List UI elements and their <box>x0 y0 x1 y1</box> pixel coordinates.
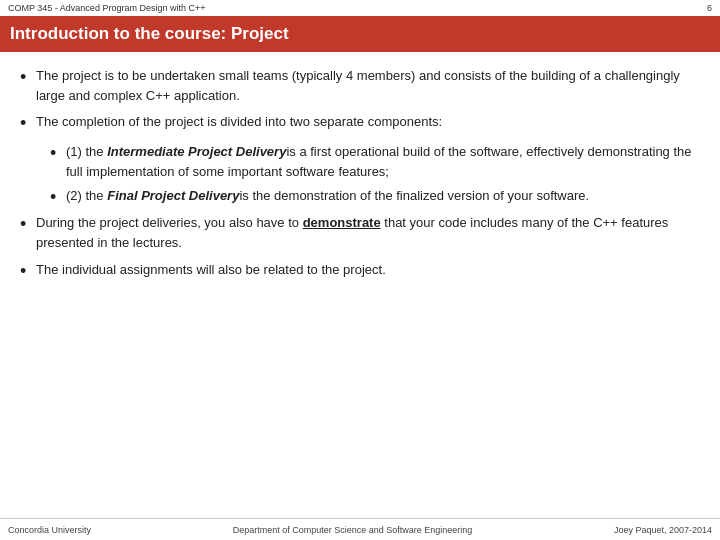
sub-bullet-2-1-text: (1) the Intermediate Project Deliveryis … <box>66 142 700 182</box>
top-bar: COMP 345 - Advanced Program Design with … <box>0 0 720 16</box>
bullet-3-text: During the project deliveries, you also … <box>36 213 700 253</box>
bullet-dot-4: • <box>20 260 36 283</box>
slide-number: 6 <box>707 3 712 13</box>
bullet-1-text: The project is to be undertaken small te… <box>36 66 700 106</box>
footer-left: Concordia University <box>8 525 91 535</box>
content-area: • The project is to be undertaken small … <box>0 52 720 299</box>
bullet-3: • During the project deliveries, you als… <box>20 213 700 253</box>
bullet-dot-3: • <box>20 213 36 236</box>
bullet-dot-2: • <box>20 112 36 135</box>
sub-bullet-dot-2-1: • <box>50 142 66 165</box>
sub-bullet-2-2-text: (2) the Final Project Deliveryis the dem… <box>66 186 589 206</box>
bullet-2: • The completion of the project is divid… <box>20 112 700 135</box>
course-title: COMP 345 - Advanced Program Design with … <box>8 3 205 13</box>
sub2-pre: (2) the <box>66 188 107 203</box>
slide-title: Introduction to the course: Project <box>10 24 289 44</box>
slide-header: Introduction to the course: Project <box>0 16 720 52</box>
bullet-dot-1: • <box>20 66 36 89</box>
sub1-pre: (1) the <box>66 144 107 159</box>
sub-bullet-2-1: • (1) the Intermediate Project Deliveryi… <box>50 142 700 182</box>
bullet-4: • The individual assignments will also b… <box>20 260 700 283</box>
bullet-4-text: The individual assignments will also be … <box>36 260 386 280</box>
bullet-2-text: The completion of the project is divided… <box>36 112 442 132</box>
bullet-3-bold: demonstrate <box>303 215 381 230</box>
bullet-1: • The project is to be undertaken small … <box>20 66 700 106</box>
bullet-2-intro: The completion of the project is divided… <box>36 114 442 129</box>
sub-bullet-2-2: • (2) the Final Project Deliveryis the d… <box>50 186 700 209</box>
sub-bullet-dot-2-2: • <box>50 186 66 209</box>
footer: Concordia University Department of Compu… <box>0 518 720 540</box>
bullet-3-pre: During the project deliveries, you also … <box>36 215 303 230</box>
footer-right: Joey Paquet, 2007-2014 <box>614 525 712 535</box>
sub2-italic: Final Project Delivery <box>107 188 239 203</box>
footer-center: Department of Computer Science and Softw… <box>233 525 473 535</box>
sub1-italic: Intermediate Project Delivery <box>107 144 286 159</box>
sub2-post: is the demonstration of the finalized ve… <box>239 188 589 203</box>
